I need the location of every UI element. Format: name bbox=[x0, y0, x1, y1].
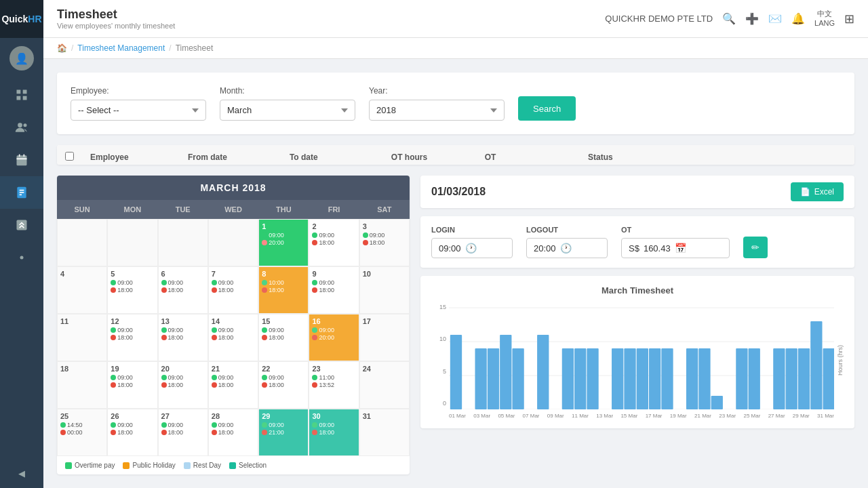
cal-cell-26[interactable]: 26 09:00 18:00 bbox=[107, 409, 157, 456]
cal-cell-8[interactable]: 8 10:00 18:00 bbox=[258, 266, 309, 314]
cal-cell-6[interactable]: 6 09:00 18:00 bbox=[158, 266, 208, 314]
bell-icon[interactable]: 🔔 bbox=[791, 12, 805, 25]
select-all-checkbox[interactable] bbox=[65, 152, 74, 161]
ot-calendar-icon[interactable]: 📅 bbox=[675, 243, 686, 253]
excel-icon: 📄 bbox=[800, 187, 810, 197]
ot-input[interactable]: S$ 160.43 📅 bbox=[621, 238, 730, 258]
cal-cell-7[interactable]: 7 09:00 18:00 bbox=[208, 266, 258, 314]
svg-rect-1 bbox=[23, 90, 27, 94]
ot-label: OT bbox=[621, 226, 730, 234]
logout-group: LOGOUT 20:00 🕐 bbox=[526, 226, 608, 258]
svg-rect-24 bbox=[512, 348, 524, 409]
month-select[interactable]: March bbox=[220, 100, 355, 121]
cal-cell-28[interactable]: 28 09:00 18:00 bbox=[208, 409, 258, 456]
ot-group: OT S$ 160.43 📅 bbox=[621, 226, 730, 258]
svg-rect-42 bbox=[810, 321, 822, 409]
sidebar-item-settings[interactable] bbox=[0, 241, 43, 274]
cal-cell-18[interactable]: 18 bbox=[57, 361, 107, 409]
svg-rect-33 bbox=[661, 348, 673, 409]
col-from-date: From date bbox=[180, 145, 281, 165]
cal-cell-11[interactable]: 11 bbox=[57, 314, 107, 361]
month-label: Month: bbox=[220, 86, 355, 96]
timesheet-table: Employee From date To date OT hours OT S… bbox=[57, 145, 854, 165]
svg-rect-22 bbox=[488, 348, 499, 409]
svg-rect-6 bbox=[17, 155, 27, 165]
cal-cell-21[interactable]: 21 09:00 18:00 bbox=[208, 361, 258, 409]
login-value: 09:00 bbox=[439, 243, 461, 253]
breadcrumb-home-icon[interactable]: 🏠 bbox=[57, 43, 67, 53]
cal-cell-5[interactable]: 5 09:00 18:00 bbox=[107, 266, 157, 314]
svg-rect-38 bbox=[749, 348, 760, 409]
cal-cell-22[interactable]: 22 09:00 18:00 bbox=[258, 361, 309, 409]
search-button[interactable]: Search bbox=[518, 96, 576, 121]
cal-cell-12[interactable]: 12 09:00 18:00 bbox=[107, 314, 157, 361]
detail-date-bar: 01/03/2018 📄 Excel bbox=[420, 176, 854, 208]
cal-cell-13[interactable]: 13 09:00 18:00 bbox=[158, 314, 208, 361]
cal-cell-23[interactable]: 23 11:00 13:52 bbox=[309, 361, 359, 409]
cal-cell-31[interactable]: 31 bbox=[359, 409, 410, 456]
cal-cell-1[interactable]: 1 09:00 20:00 bbox=[258, 219, 309, 266]
avatar[interactable]: 👤 bbox=[9, 46, 34, 70]
cal-cell-30[interactable]: 30 09:00 18:00 bbox=[309, 409, 359, 456]
excel-button[interactable]: 📄 Excel bbox=[791, 182, 844, 201]
cal-cell-17[interactable]: 17 bbox=[359, 314, 410, 361]
x-axis-labels: 01 Mar03 Mar05 Mar07 Mar09 Mar11 Mar13 M… bbox=[449, 413, 834, 419]
mail-icon[interactable]: ✉️ bbox=[768, 12, 782, 25]
login-clock-icon[interactable]: 🕐 bbox=[465, 243, 477, 253]
cal-cell-20[interactable]: 20 09:00 18:00 bbox=[158, 361, 208, 409]
svg-rect-20 bbox=[450, 335, 462, 409]
cal-cell-3[interactable]: 3 09:00 18:00 bbox=[359, 219, 410, 266]
cal-cell-empty1 bbox=[57, 219, 107, 266]
y-axis-label: Hours (hrs) bbox=[837, 301, 844, 419]
employee-select[interactable]: -- Select -- bbox=[71, 100, 206, 121]
cal-cell-2[interactable]: 2 09:00 18:00 bbox=[309, 219, 359, 266]
year-label: Year: bbox=[369, 86, 505, 96]
legend-holiday: Public Holiday bbox=[123, 462, 175, 469]
year-select[interactable]: 2018 bbox=[369, 100, 505, 121]
svg-rect-34 bbox=[686, 348, 698, 409]
sidebar-item-users[interactable] bbox=[0, 111, 43, 144]
logout-clock-icon[interactable]: 🕐 bbox=[560, 243, 572, 253]
chart-svg bbox=[449, 301, 834, 409]
cal-cell-10[interactable]: 10 bbox=[359, 266, 410, 314]
cal-cell-9[interactable]: 9 09:00 18:00 bbox=[309, 266, 359, 314]
weekday-mon: MON bbox=[107, 200, 157, 219]
weekday-sat: SAT bbox=[359, 200, 410, 219]
sidebar-item-timesheet[interactable] bbox=[0, 176, 43, 209]
col-actions bbox=[745, 145, 854, 165]
calendar-legend: Overtime pay Public Holiday Rest Day Sel… bbox=[57, 456, 410, 474]
svg-rect-26 bbox=[562, 348, 574, 409]
cal-cell-29[interactable]: 29 09:00 21:00 bbox=[258, 409, 309, 456]
language-switcher[interactable]: 中文 LANG bbox=[814, 9, 835, 27]
month-filter-group: Month: March bbox=[220, 86, 355, 121]
sidebar-collapse-btn[interactable]: ◀ bbox=[0, 459, 43, 488]
svg-rect-3 bbox=[23, 96, 27, 100]
breadcrumb-parent[interactable]: Timesheet Management bbox=[77, 43, 165, 53]
login-group: LOGIN 09:00 🕐 bbox=[431, 226, 513, 258]
sidebar-item-reports[interactable] bbox=[0, 209, 43, 241]
company-name: QUICKHR DEMO PTE LTD bbox=[605, 14, 713, 24]
cal-cell-14[interactable]: 14 09:00 18:00 bbox=[208, 314, 258, 361]
svg-rect-25 bbox=[537, 335, 549, 409]
detail-edit-button[interactable]: ✏ bbox=[743, 237, 768, 258]
ot-value: 160.43 bbox=[644, 243, 671, 253]
sidebar-item-dashboard[interactable] bbox=[0, 79, 43, 111]
cal-cell-25[interactable]: 25 14:50 00:00 bbox=[57, 409, 107, 456]
grid-icon[interactable]: ⊞ bbox=[844, 12, 854, 26]
cal-cell-24[interactable]: 24 bbox=[359, 361, 410, 409]
cal-cell-15[interactable]: 15 09:00 18:00 bbox=[258, 314, 309, 361]
cal-cell-4[interactable]: 4 bbox=[57, 266, 107, 314]
login-input[interactable]: 09:00 🕐 bbox=[431, 238, 513, 258]
svg-rect-40 bbox=[786, 348, 797, 409]
svg-point-4 bbox=[18, 123, 22, 127]
logout-input[interactable]: 20:00 🕐 bbox=[526, 238, 608, 258]
sidebar-item-calendar[interactable] bbox=[0, 144, 43, 176]
cal-cell-27[interactable]: 27 09:00 18:00 bbox=[158, 409, 208, 456]
cal-cell-16[interactable]: 16 09:00 20:00 bbox=[309, 314, 359, 361]
add-icon[interactable]: ➕ bbox=[745, 12, 759, 25]
legend-selection: Selection bbox=[229, 462, 267, 469]
lang-line1: 中文 bbox=[814, 9, 835, 18]
page-subtitle: View employees' monthly timesheet bbox=[57, 22, 175, 30]
cal-cell-19[interactable]: 19 09:00 18:00 bbox=[107, 361, 157, 409]
search-icon[interactable]: 🔍 bbox=[722, 12, 736, 25]
